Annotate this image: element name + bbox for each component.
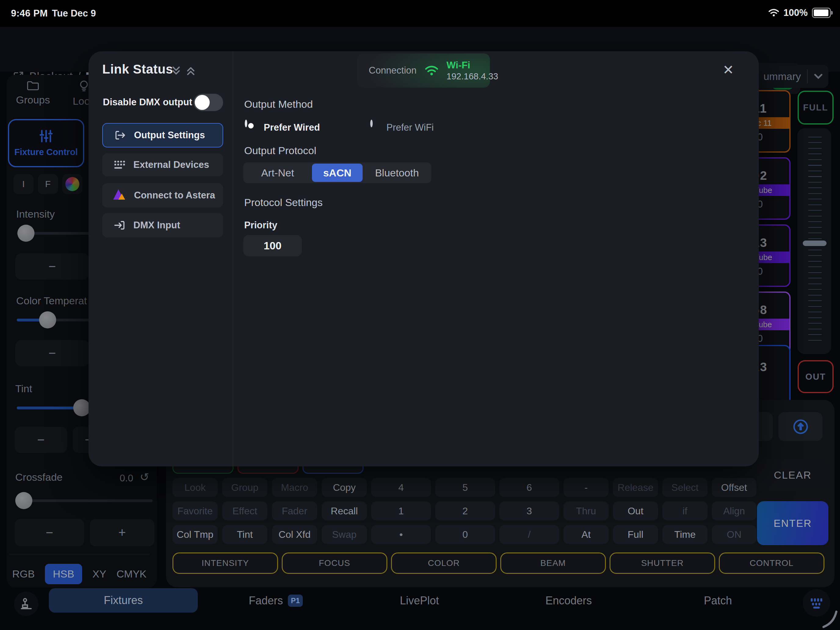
chevrons-up-icon[interactable] <box>186 65 196 76</box>
modal-title: Link Status <box>102 62 173 77</box>
prefer-wired-label[interactable]: Prefer Wired <box>264 122 320 133</box>
connection-status[interactable]: Connection Wi-Fi 192.168.4.33 <box>357 54 490 88</box>
menu-dmx-input[interactable]: DMX Input <box>102 213 223 237</box>
priority-value-field[interactable]: 100 <box>243 235 302 256</box>
priority-label: Priority <box>244 220 278 231</box>
collapse-controls[interactable] <box>171 65 196 76</box>
protocol-bluetooth[interactable]: Bluetooth <box>363 163 431 183</box>
protocol-segmented-control: Art-Net sACN Bluetooth <box>243 163 431 183</box>
astera-logo-icon <box>113 189 127 201</box>
chevrons-down-icon[interactable] <box>171 65 181 76</box>
wifi-icon <box>424 64 439 77</box>
connection-type: Wi-Fi <box>447 60 498 71</box>
input-arrow-icon <box>113 219 126 232</box>
prefer-wifi-label[interactable]: Prefer WiFi <box>387 122 434 133</box>
connection-ip: 192.168.4.33 <box>447 71 498 82</box>
protocol-settings-title: Protocol Settings <box>244 197 323 208</box>
battery-percent: 100% <box>783 7 808 18</box>
protocol-sacn[interactable]: sACN <box>312 164 363 182</box>
radio-prefer-wifi[interactable] <box>370 120 373 127</box>
clock-time: 9:46 PM <box>11 8 48 19</box>
disable-dmx-label: Disable DMX output <box>103 97 192 108</box>
menu-connect-astera[interactable]: Connect to Astera <box>102 183 223 208</box>
menu-external-devices[interactable]: External Devices <box>102 153 223 177</box>
output-protocol-title: Output Protocol <box>244 145 316 156</box>
wifi-status-icon <box>768 9 779 17</box>
modal-pane-divider <box>232 51 233 466</box>
output-method-title: Output Method <box>244 98 313 110</box>
clock-date: Tue Dec 9 <box>52 8 96 19</box>
protocol-artnet[interactable]: Art-Net <box>243 163 312 183</box>
close-icon[interactable]: ✕ <box>719 60 737 79</box>
output-arrow-icon <box>114 129 127 142</box>
link-status-modal <box>88 51 759 466</box>
battery-icon <box>812 8 831 18</box>
menu-output-settings[interactable]: Output Settings <box>102 123 223 147</box>
disable-dmx-toggle[interactable] <box>194 94 223 111</box>
radio-prefer-wired[interactable] <box>245 120 247 127</box>
keyboard-keys-icon <box>113 159 126 171</box>
ios-status-bar: 9:46 PM Tue Dec 9 100% <box>0 0 840 27</box>
